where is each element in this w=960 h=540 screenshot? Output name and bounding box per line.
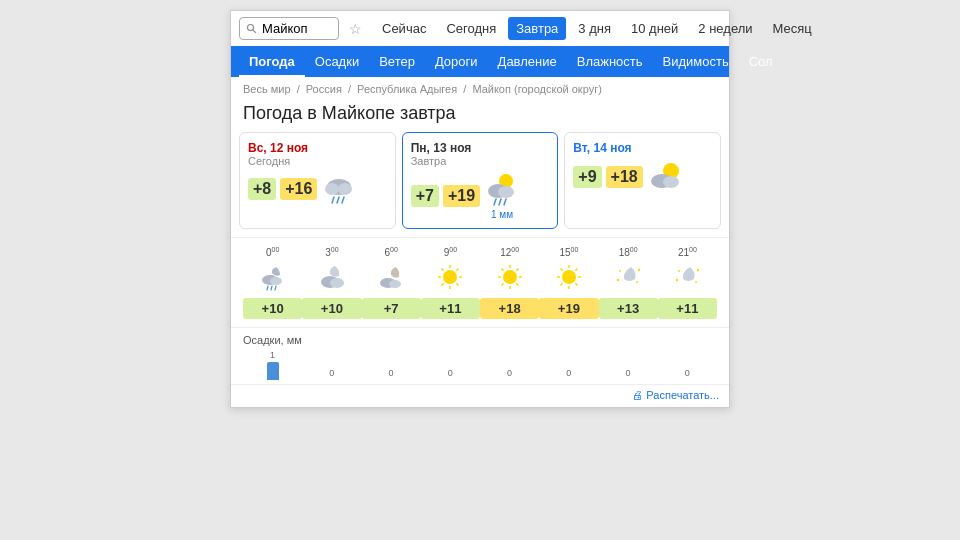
svg-line-34: [442, 284, 444, 286]
sec-nav-roads[interactable]: Дороги: [425, 48, 488, 77]
breadcrumb: Весь мир / Россия / Республика Адыгея / …: [231, 77, 729, 101]
day-cards: Вс, 12 ноя Сегодня +8 +16: [231, 132, 729, 237]
day-weather-after: +9 +18: [573, 159, 712, 195]
sun-icon-15: [554, 262, 584, 292]
sec-nav-weather[interactable]: Погода: [239, 48, 305, 77]
sec-nav-precip[interactable]: Осадки: [305, 48, 369, 77]
tab-today[interactable]: Сегодня: [438, 17, 504, 40]
svg-line-11: [494, 199, 496, 205]
page-title: Погода в Майкопе завтра: [231, 101, 729, 132]
hour-col-15: 1500: [539, 246, 598, 292]
moon-stars-icon-18: [613, 262, 643, 292]
sec-nav-sol[interactable]: Сол: [739, 48, 783, 77]
svg-line-32: [457, 284, 459, 286]
svg-line-49: [560, 269, 562, 271]
svg-point-35: [503, 270, 517, 284]
temp-low-today: +8: [248, 178, 276, 200]
svg-line-21: [275, 286, 276, 290]
svg-point-23: [330, 278, 344, 288]
breadcrumb-sep-1: /: [297, 83, 303, 95]
tab-10days[interactable]: 10 дней: [623, 17, 686, 40]
cloud-rain-icon: [321, 171, 357, 207]
temp-low-after: +9: [573, 166, 601, 188]
svg-line-1: [253, 30, 256, 33]
sec-nav-visibility[interactable]: Видимость: [653, 48, 739, 77]
svg-line-50: [575, 284, 577, 286]
precip-val-3: 0: [448, 368, 453, 378]
temp-high-tomorrow: +19: [443, 185, 480, 207]
day-label-today: Вс, 12 ноя: [248, 141, 387, 155]
precip-label-tomorrow: 1 мм: [491, 209, 513, 220]
moon-cloud-rain-icon-0: [258, 262, 288, 292]
precip-title: Осадки, мм: [243, 334, 717, 346]
hour-label-6: 600: [384, 246, 397, 258]
print-row: 🖨 Распечатать...: [231, 384, 729, 407]
precip-val-4: 0: [507, 368, 512, 378]
hour-col-3: 300: [302, 246, 361, 292]
sec-nav-pressure[interactable]: Давление: [488, 48, 567, 77]
svg-line-43: [501, 284, 503, 286]
tab-tomorrow[interactable]: Завтра: [508, 17, 566, 40]
svg-point-53: [619, 270, 621, 272]
precip-col-6: 0: [599, 350, 658, 380]
svg-point-58: [695, 281, 697, 283]
breadcrumb-part-3[interactable]: Республика Адыгея: [357, 83, 457, 95]
svg-line-41: [516, 284, 518, 286]
moon-stars-icon-21: [672, 262, 702, 292]
weather-icon-after: [647, 159, 683, 195]
precip-col-1: 0: [302, 350, 361, 380]
search-input[interactable]: [262, 21, 332, 36]
hourly-temp-6: +7: [362, 298, 421, 319]
svg-point-18: [270, 277, 282, 285]
hourly-temp-21: +11: [658, 298, 717, 319]
print-link[interactable]: 🖨 Распечатать...: [632, 389, 719, 401]
top-nav: ☆ Сейчас Сегодня Завтра 3 дня 10 дней 2 …: [231, 11, 729, 48]
hourly-temps-row: +10 +10 +7 +11 +18 +19 +13 +11: [243, 298, 717, 319]
tab-now[interactable]: Сейчас: [374, 17, 434, 40]
sec-nav-wind[interactable]: Ветер: [369, 48, 425, 77]
svg-point-60: [697, 269, 699, 271]
sun-icon-9: [435, 262, 465, 292]
hour-col-12: 1200: [480, 246, 539, 292]
day-weather-today: +8 +16: [248, 171, 387, 207]
precip-col-5: 0: [539, 350, 598, 380]
hourly-temp-9: +11: [421, 298, 480, 319]
temp-high-today: +16: [280, 178, 317, 200]
moon-cloud-icon-3: [317, 262, 347, 292]
hourly-temp-0: +10: [243, 298, 302, 319]
precip-col-4: 0: [480, 350, 539, 380]
svg-line-52: [560, 284, 562, 286]
breadcrumb-sep-3: /: [463, 83, 469, 95]
svg-line-6: [337, 197, 339, 203]
svg-point-3: [325, 183, 339, 195]
search-icon: [246, 23, 258, 35]
hourly-icons-row: 000 300: [243, 246, 717, 292]
temp-low-tomorrow: +7: [411, 185, 439, 207]
tab-month[interactable]: Месяц: [765, 17, 820, 40]
tab-2weeks[interactable]: 2 недели: [690, 17, 760, 40]
day-weather-tomorrow: +7 +19 1 мм: [411, 171, 550, 220]
svg-point-54: [636, 281, 638, 283]
svg-line-31: [442, 269, 444, 271]
hour-col-18: 1800: [599, 246, 658, 292]
hourly-temp-18: +13: [599, 298, 658, 319]
svg-point-4: [338, 183, 352, 195]
breadcrumb-part-2[interactable]: Россия: [306, 83, 342, 95]
search-box[interactable]: [239, 17, 339, 40]
hour-label-9: 900: [444, 246, 457, 258]
precip-val-2: 0: [389, 368, 394, 378]
day-sub-tomorrow: Завтра: [411, 155, 550, 167]
sun-cloud-rain-icon: [484, 171, 520, 207]
svg-point-25: [389, 280, 401, 288]
favorite-icon[interactable]: ☆: [349, 21, 362, 37]
svg-point-16: [663, 176, 679, 188]
tab-3days[interactable]: 3 дня: [570, 17, 619, 40]
svg-line-20: [271, 286, 272, 290]
breadcrumb-sep-2: /: [348, 83, 354, 95]
hour-col-9: 900: [421, 246, 480, 292]
sec-nav-humidity[interactable]: Влажность: [567, 48, 653, 77]
breadcrumb-part-4[interactable]: Майкоп (городской округ): [472, 83, 601, 95]
hourly-temp-12: +18: [480, 298, 539, 319]
day-card-after: Вт, 14 ноя +9 +18: [564, 132, 721, 229]
breadcrumb-part-1[interactable]: Весь мир: [243, 83, 291, 95]
